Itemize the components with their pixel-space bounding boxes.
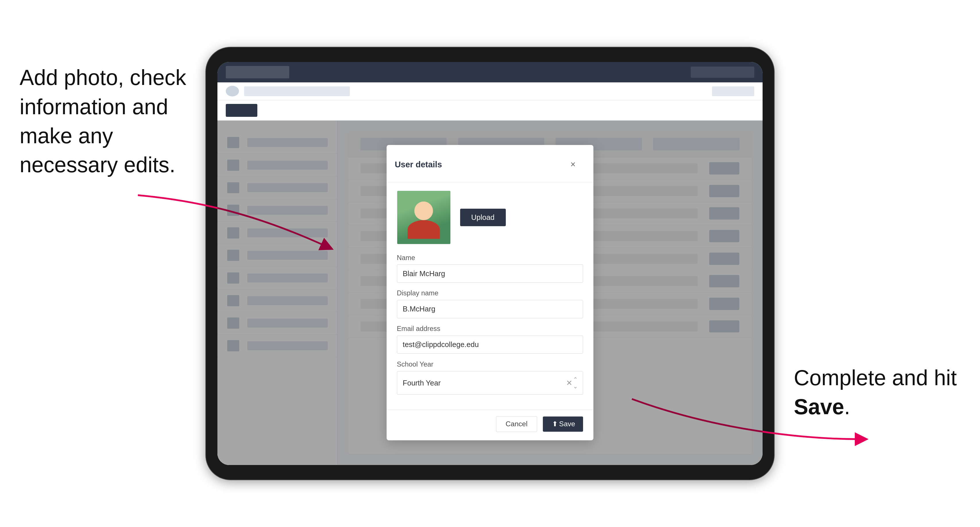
breadcrumb-bar [218, 83, 762, 100]
scene: Add photo, check information and make an… [0, 0, 980, 527]
annotation-right-text2: . [844, 395, 850, 419]
school-year-controls: ✕ ⌃⌄ [566, 376, 578, 390]
breadcrumb-home-icon [226, 86, 239, 97]
school-year-caret-icon[interactable]: ⌃⌄ [573, 376, 578, 390]
display-name-input[interactable] [397, 300, 583, 318]
email-input[interactable] [397, 335, 583, 354]
annotation-left: Add photo, check information and make an… [19, 63, 196, 179]
school-year-value: Fourth Year [402, 379, 441, 387]
name-label: Name [397, 254, 583, 262]
save-icon: ⬆ [552, 420, 558, 428]
save-button[interactable]: ⬆ Save [543, 416, 583, 432]
modal-header: User details × [387, 145, 594, 182]
app-header [218, 62, 762, 82]
breadcrumb-text [244, 86, 350, 96]
school-year-field-group: School Year Fourth Year ✕ ⌃⌄ [397, 360, 583, 395]
photo-preview [397, 190, 451, 244]
display-name-field-group: Display name [397, 289, 583, 318]
school-year-label: School Year [397, 360, 583, 368]
school-year-select[interactable]: Fourth Year ✕ ⌃⌄ [397, 371, 583, 395]
annotation-right-text1: Complete and hit [794, 366, 957, 390]
modal-close-button[interactable]: × [561, 152, 585, 176]
breadcrumb-action [712, 86, 754, 96]
cancel-button[interactable]: Cancel [496, 416, 537, 432]
modal-footer: Cancel ⬆ Save [387, 410, 594, 440]
photo-section: Upload [397, 190, 583, 244]
tablet-device: User details × Upload [206, 48, 774, 479]
toolbar-primary-btn[interactable] [226, 104, 257, 117]
header-user-area [691, 67, 754, 78]
email-field-group: Email address [397, 325, 583, 354]
main-content: User details × Upload [218, 121, 762, 465]
school-year-clear-btn[interactable]: ✕ [566, 379, 573, 387]
modal-overlay: User details × Upload [218, 121, 762, 465]
annotation-right: Complete and hit Save. [794, 364, 970, 422]
school-year-wrapper: Fourth Year ✕ ⌃⌄ [397, 371, 583, 395]
user-details-modal: User details × Upload [387, 145, 594, 440]
name-input[interactable] [397, 264, 583, 283]
display-name-label: Display name [397, 289, 583, 297]
app-logo [226, 66, 289, 78]
annotation-right-bold: Save [794, 395, 844, 419]
modal-body: Upload Name Display name [387, 182, 594, 410]
modal-title: User details [395, 160, 442, 169]
save-label: Save [559, 420, 575, 428]
toolbar [218, 100, 762, 121]
tablet-screen: User details × Upload [218, 62, 762, 465]
email-label: Email address [397, 325, 583, 333]
name-field-group: Name [397, 254, 583, 283]
annotation-left-text: Add photo, check information and make an… [19, 65, 186, 177]
upload-photo-button[interactable]: Upload [460, 209, 506, 226]
user-photo [397, 191, 451, 244]
